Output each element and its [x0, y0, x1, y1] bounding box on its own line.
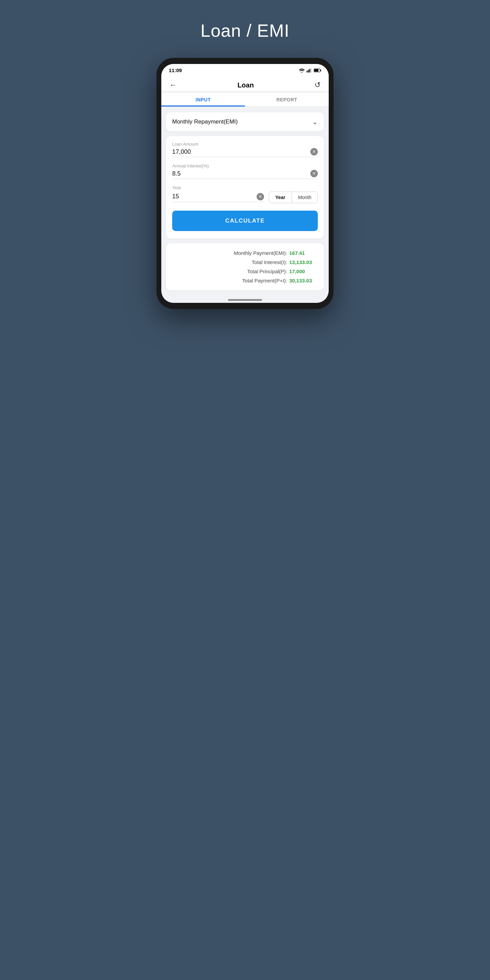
result-value: 167.41	[289, 250, 317, 256]
battery-icon	[314, 68, 321, 73]
year-input[interactable]	[172, 193, 256, 200]
svg-rect-2	[309, 69, 310, 73]
result-label: Monthly Payment(EMI):	[234, 250, 287, 256]
year-month-toggle: Year Month	[269, 192, 318, 203]
back-button[interactable]: ←	[168, 79, 178, 91]
loan-amount-label: Loan Amount	[172, 142, 318, 147]
phone-frame: 11:09	[156, 58, 334, 309]
svg-rect-5	[320, 69, 321, 71]
result-value: 13,133.03	[289, 259, 317, 265]
status-bar: 11:09	[161, 64, 329, 75]
svg-rect-3	[311, 68, 312, 73]
dropdown-arrow-icon: ⌄	[312, 118, 318, 126]
home-bar	[228, 299, 262, 301]
calculation-type-dropdown[interactable]: Monthly Repayment(EMI) ⌄	[166, 112, 324, 131]
header-title: Loan	[237, 81, 254, 89]
loan-amount-input[interactable]	[172, 148, 310, 156]
year-label: Year	[172, 185, 318, 190]
loan-amount-field: Loan Amount	[172, 142, 318, 157]
result-value: 17,000	[289, 269, 317, 274]
year-value-row	[172, 193, 264, 202]
result-label: Total Principal(P):	[247, 269, 287, 274]
loan-amount-clear-button[interactable]	[310, 148, 318, 156]
wifi-icon	[299, 68, 305, 73]
svg-rect-0	[307, 70, 308, 72]
year-clear-button[interactable]	[256, 193, 264, 200]
tab-input[interactable]: INPUT	[161, 93, 245, 107]
month-toggle-button[interactable]: Month	[292, 192, 318, 203]
duration-row: Year Month	[172, 192, 318, 203]
result-value: 30,133.03	[289, 278, 317, 283]
result-row: Total Payment(P+I):30,133.03	[173, 278, 317, 283]
calculate-button[interactable]: CALCULATE	[172, 211, 318, 231]
annual-interest-input[interactable]	[172, 170, 310, 177]
refresh-button[interactable]: ↺	[313, 79, 322, 91]
result-row: Total Interest(I):13,133.03	[173, 259, 317, 265]
main-content: Monthly Repayment(EMI) ⌄ Loan Amount Ann…	[161, 107, 329, 296]
result-label: Total Payment(P+I):	[242, 278, 287, 283]
signal-icon	[307, 68, 312, 73]
loan-amount-row	[172, 148, 318, 157]
tab-report[interactable]: REPORT	[245, 93, 329, 107]
phone-screen: 11:09	[161, 64, 329, 303]
page-title: Loan / EMI	[200, 21, 289, 41]
svg-rect-6	[314, 69, 318, 72]
result-row: Monthly Payment(EMI):167.41	[173, 250, 317, 256]
home-indicator	[161, 296, 329, 303]
app-header: ← Loan ↺	[161, 75, 329, 91]
tab-bar: INPUT REPORT	[161, 93, 329, 107]
annual-interest-label: Annual Interest(%)	[172, 163, 318, 169]
dropdown-selected-label: Monthly Repayment(EMI)	[172, 118, 238, 125]
year-field: Year Year Month	[172, 185, 318, 203]
status-time: 11:09	[169, 67, 182, 73]
annual-interest-row	[172, 170, 318, 179]
annual-interest-clear-button[interactable]	[310, 170, 318, 177]
svg-rect-1	[308, 70, 309, 73]
results-card: Monthly Payment(EMI):167.41Total Interes…	[166, 243, 324, 290]
annual-interest-field: Annual Interest(%)	[172, 163, 318, 179]
result-row: Total Principal(P):17,000	[173, 269, 317, 274]
input-card: Loan Amount Annual Interest(%)	[166, 136, 324, 239]
status-icons	[299, 68, 321, 73]
result-label: Total Interest(I):	[252, 259, 287, 265]
year-toggle-button[interactable]: Year	[269, 192, 292, 203]
